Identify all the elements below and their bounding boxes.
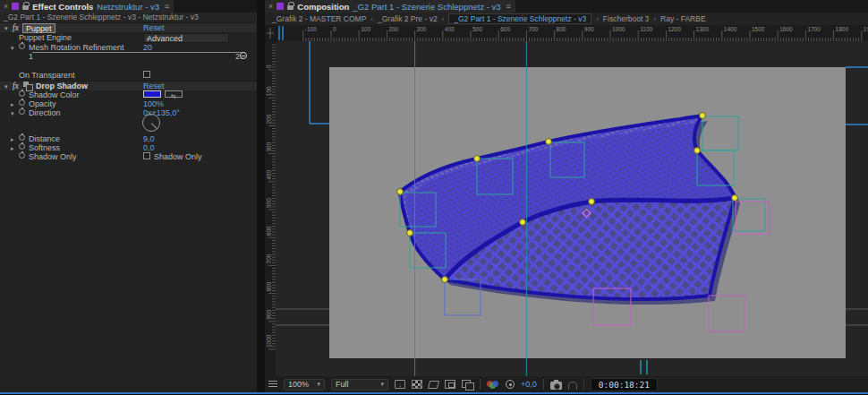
magnification-value: 100%: [288, 380, 309, 389]
toolbar-divider: [543, 379, 544, 390]
ruler-label: 1100: [640, 26, 652, 32]
ruler-label: -100: [305, 26, 317, 32]
breadcrumb-comp-2[interactable]: _G2 Part 1 - Szenerie Schleppnetz - v3: [448, 13, 591, 24]
stopwatch-icon[interactable]: [19, 90, 25, 97]
breadcrumb-comp-1[interactable]: _Grafik 2 Pre - v2: [378, 14, 438, 23]
breadcrumb-separator: ‹: [596, 15, 599, 23]
stopwatch-icon[interactable]: [19, 134, 25, 141]
stopwatch-icon[interactable]: [19, 43, 25, 49]
region-of-interest-icon[interactable]: [445, 380, 455, 389]
breadcrumb-comp-4[interactable]: Ray - FARBE: [660, 14, 706, 23]
show-channel-icon[interactable]: [487, 380, 499, 389]
eyedropper-icon[interactable]: ⇆: [165, 90, 183, 98]
composition-tab[interactable]: × Composition _G2 Part 1 - Szenerie Schl…: [265, 0, 515, 13]
puppet-effect-row[interactable]: ▾ fx Puppet Reset: [0, 22, 257, 32]
chevron-down-icon: ▾: [317, 381, 320, 388]
on-transparent-checkbox[interactable]: [143, 71, 150, 78]
chevron-down-icon: ▾: [380, 381, 384, 388]
puppet-pin[interactable]: [589, 199, 595, 205]
breadcrumb-comp-0[interactable]: _Grafik 2 - MASTER COMP: [272, 14, 366, 23]
slider-knob[interactable]: [240, 52, 247, 59]
ruler-label: 200: [388, 26, 398, 32]
ruler-label: 0: [266, 64, 272, 68]
flowchart-menu-icon[interactable]: [268, 381, 277, 388]
ruler-label: 300: [417, 26, 427, 32]
ruler-label: 1000: [266, 334, 272, 348]
panel-menu-icon[interactable]: ≡: [165, 2, 168, 11]
puppet-pin[interactable]: [520, 219, 526, 226]
puppet-engine-select[interactable]: Advanced ▾: [143, 33, 229, 43]
effect-controls-tab[interactable]: × Effect Controls Netzstruktur - v3 ≡: [0, 0, 174, 13]
lock-icon[interactable]: [22, 5, 29, 10]
shadow-only-checkbox[interactable]: [143, 152, 150, 159]
fx-badge[interactable]: fx: [13, 23, 19, 33]
mesh-rotation-slider-row: 1 20: [0, 52, 257, 66]
composition-panel: × Composition _G2 Part 1 - Szenerie Schl…: [265, 0, 868, 392]
ruler-label: 100: [361, 26, 370, 32]
puppet-effect-name[interactable]: Puppet: [22, 23, 55, 33]
transparency-grid-icon[interactable]: [412, 380, 422, 389]
exposure-value[interactable]: +0,0: [521, 380, 537, 389]
panel-menu-icon[interactable]: ≡: [506, 2, 510, 11]
chevron-down-icon[interactable]: ▾: [4, 23, 8, 33]
panel-divider[interactable]: [257, 0, 265, 392]
stopwatch-icon[interactable]: [19, 108, 25, 115]
puppet-pin[interactable]: [442, 277, 448, 283]
lock-icon[interactable]: [287, 5, 294, 10]
slider-min-label: 1: [29, 52, 33, 62]
ruler-label: 100: [266, 86, 272, 96]
ruler-label: 1900: [864, 26, 868, 32]
ruler-label: 500: [266, 198, 272, 208]
puppet-pin[interactable]: [732, 195, 738, 202]
mask-visibility-icon[interactable]: [428, 381, 439, 389]
resolution-select[interactable]: Full ▾: [331, 379, 388, 391]
breadcrumb-separator: ‹: [370, 15, 373, 23]
resolution-value: Full: [336, 380, 349, 389]
close-icon[interactable]: ×: [4, 3, 8, 11]
shadow-color-swatch[interactable]: [143, 90, 161, 98]
ruler-label: 1600: [779, 26, 793, 32]
puppet-reset-link[interactable]: Reset: [143, 23, 165, 33]
puppet-engine-label: Puppet Engine: [19, 33, 72, 43]
reset-exposure-icon[interactable]: [506, 380, 515, 389]
after-effects-window: × Effect Controls Netzstruktur - v3 ≡ _G…: [0, 0, 868, 395]
chevron-down-icon[interactable]: ▾: [11, 108, 14, 118]
show-snapshot-icon[interactable]: [568, 382, 577, 390]
direction-dial[interactable]: [142, 114, 160, 132]
stopwatch-icon[interactable]: [19, 143, 25, 150]
puppet-pin[interactable]: [407, 230, 413, 236]
toolbar-divider: [583, 379, 584, 390]
puppet-pin[interactable]: [700, 113, 706, 119]
drop-shadow-effect-icon: [23, 82, 31, 89]
stopwatch-icon[interactable]: [19, 152, 25, 159]
ruler-label: 800: [266, 281, 272, 291]
panel-title: Effect Controls: [32, 2, 93, 12]
slider-track[interactable]: [32, 52, 245, 53]
puppet-pin[interactable]: [694, 148, 701, 154]
ruler-label: 1400: [724, 26, 737, 32]
puppet-pin[interactable]: [474, 156, 481, 162]
always-preview-icon[interactable]: ↓: [395, 380, 405, 389]
stopwatch-icon[interactable]: [19, 99, 25, 106]
on-transparent-label: On Transparent: [19, 71, 75, 81]
current-time-display[interactable]: 0:00:18:21: [591, 378, 658, 391]
ruler-label: 500: [472, 26, 482, 32]
ruler-label: 0: [333, 26, 336, 32]
breadcrumb-comp-3[interactable]: Fischerboot 3: [603, 14, 650, 23]
grid-guides-options-icon[interactable]: [462, 380, 473, 390]
direction-label: Direction: [29, 108, 61, 118]
snapshot-camera-icon[interactable]: [550, 382, 562, 390]
ruler-label: 400: [445, 26, 455, 32]
close-icon[interactable]: ×: [268, 3, 273, 11]
drop-shadow-effect-row[interactable]: ▾ fx Drop Shadow Reset: [0, 81, 257, 90]
puppet-pin[interactable]: [397, 189, 404, 195]
composition-viewport[interactable]: -100010020030040050060070080090010001100…: [265, 25, 868, 376]
effect-controls-panel: × Effect Controls Netzstruktur - v3 ≡ _G…: [0, 0, 257, 392]
on-transparent-row: On Transparent: [0, 71, 257, 81]
composition-navigator: _Grafik 2 - MASTER COMP‹_Grafik 2 Pre - …: [265, 13, 868, 25]
ruler-label: 1000: [612, 26, 625, 32]
panel-title: Composition: [297, 2, 349, 12]
ruler-label: 200: [266, 114, 272, 124]
magnification-select[interactable]: 100% ▾: [284, 379, 325, 391]
puppet-pin[interactable]: [546, 139, 552, 145]
